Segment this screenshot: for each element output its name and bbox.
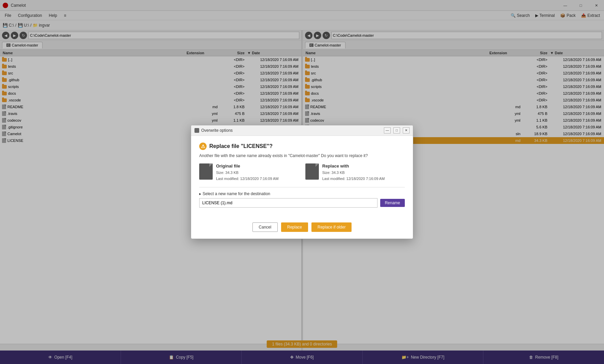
dialog-overlay: Overwrite options — □ ✕ ⚠ Replace file "… (0, 0, 604, 364)
dialog-maximize-button[interactable]: □ (393, 127, 400, 133)
dialog-description: Another file with the same name already … (199, 153, 405, 158)
replace-file-size: Size: 34.3 KB (322, 170, 385, 176)
rename-input[interactable] (199, 198, 378, 208)
original-file-modified: Last modified: 12/18/2020 7:16:09 AM (216, 176, 278, 182)
replace-file-label: Replace with (322, 163, 385, 169)
dialog-heading: ⚠ Replace file "LICENSE"? (199, 143, 405, 150)
rename-row: Rename (199, 198, 405, 208)
dialog-title: Overwrite options (201, 128, 381, 133)
rename-arrow-icon: ▸ (199, 191, 201, 196)
dialog-title-bar: Overwrite options — □ ✕ (191, 125, 413, 136)
dialog-icon (194, 128, 199, 133)
original-file-card: Original file Size: 34.3 KB Last modifie… (199, 163, 299, 182)
original-file-icon (199, 163, 213, 180)
original-file-size: Size: 34.3 KB (216, 170, 278, 176)
dialog-footer: Cancel Replace Replace if older (191, 218, 413, 239)
replace-button[interactable]: Replace (281, 222, 308, 232)
replace-file-info: Replace with Size: 34.3 KB Last modified… (322, 163, 385, 182)
replace-file-card: Replace with Size: 34.3 KB Last modified… (305, 163, 405, 182)
dialog-close-button[interactable]: ✕ (403, 127, 410, 133)
file-compare: Original file Size: 34.3 KB Last modifie… (199, 163, 405, 182)
cancel-button[interactable]: Cancel (252, 222, 278, 232)
overwrite-dialog: Overwrite options — □ ✕ ⚠ Replace file "… (191, 125, 413, 239)
rename-section: ▸ Select a new name for the destination … (199, 187, 405, 208)
rename-label: ▸ Select a new name for the destination (199, 191, 405, 196)
dialog-minimize-button[interactable]: — (384, 127, 391, 133)
replace-file-modified: Last modified: 12/18/2020 7:16:09 AM (322, 176, 385, 182)
warning-icon: ⚠ (199, 143, 207, 150)
original-file-info: Original file Size: 34.3 KB Last modifie… (216, 163, 278, 182)
rename-button[interactable]: Rename (380, 199, 405, 207)
original-file-label: Original file (216, 163, 278, 169)
dialog-body: ⚠ Replace file "LICENSE"? Another file w… (191, 136, 413, 218)
replace-file-icon (305, 163, 319, 180)
replace-if-older-button[interactable]: Replace if older (311, 222, 352, 232)
